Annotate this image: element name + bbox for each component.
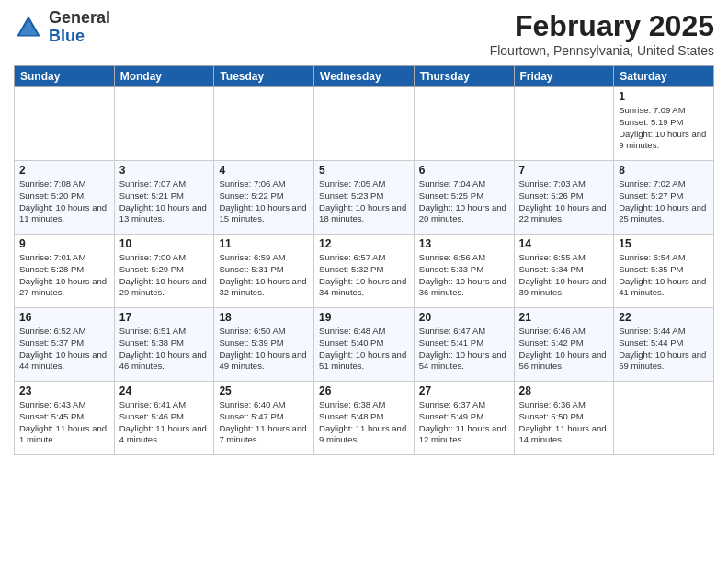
day-info: Sunrise: 6:46 AM Sunset: 5:42 PM Dayligh… xyxy=(519,326,609,373)
day-number: 22 xyxy=(619,311,709,324)
calendar-day-cell: 17Sunrise: 6:51 AM Sunset: 5:38 PM Dayli… xyxy=(114,308,214,382)
day-number: 16 xyxy=(19,311,109,324)
calendar-day-cell xyxy=(15,87,115,161)
day-number: 6 xyxy=(419,164,509,177)
day-of-week-header: Wednesday xyxy=(314,66,415,87)
calendar-day-cell: 27Sunrise: 6:37 AM Sunset: 5:49 PM Dayli… xyxy=(414,382,514,455)
day-number: 3 xyxy=(119,164,210,177)
day-number: 13 xyxy=(419,237,509,250)
day-info: Sunrise: 6:51 AM Sunset: 5:38 PM Dayligh… xyxy=(119,326,210,373)
day-of-week-header: Saturday xyxy=(614,66,714,87)
calendar-day-cell xyxy=(614,382,714,455)
calendar-day-cell: 24Sunrise: 6:41 AM Sunset: 5:46 PM Dayli… xyxy=(114,382,214,455)
day-number: 19 xyxy=(319,311,409,324)
calendar-day-cell: 20Sunrise: 6:47 AM Sunset: 5:41 PM Dayli… xyxy=(414,308,514,382)
header: General Blue February 2025 Flourtown, Pe… xyxy=(14,9,714,58)
day-info: Sunrise: 6:50 AM Sunset: 5:39 PM Dayligh… xyxy=(219,326,309,373)
day-number: 15 xyxy=(619,237,709,250)
calendar-day-cell: 28Sunrise: 6:36 AM Sunset: 5:50 PM Dayli… xyxy=(514,382,614,455)
day-info: Sunrise: 6:56 AM Sunset: 5:33 PM Dayligh… xyxy=(419,252,509,299)
calendar-day-cell: 1Sunrise: 7:09 AM Sunset: 5:19 PM Daylig… xyxy=(614,87,714,161)
logo-general: General xyxy=(49,8,110,27)
day-info: Sunrise: 7:08 AM Sunset: 5:20 PM Dayligh… xyxy=(19,178,109,225)
calendar-day-cell xyxy=(314,87,415,161)
calendar-week-row: 23Sunrise: 6:43 AM Sunset: 5:45 PM Dayli… xyxy=(15,382,714,455)
day-of-week-header: Sunday xyxy=(15,66,115,87)
generalblue-logo-icon xyxy=(14,13,43,42)
day-number: 26 xyxy=(319,385,409,397)
day-number: 18 xyxy=(219,311,309,324)
day-info: Sunrise: 6:37 AM Sunset: 5:49 PM Dayligh… xyxy=(419,399,509,446)
calendar-day-cell: 12Sunrise: 6:57 AM Sunset: 5:32 PM Dayli… xyxy=(314,235,415,308)
day-info: Sunrise: 7:07 AM Sunset: 5:21 PM Dayligh… xyxy=(119,178,210,225)
calendar-day-cell: 15Sunrise: 6:54 AM Sunset: 5:35 PM Dayli… xyxy=(614,235,714,308)
calendar-day-cell: 26Sunrise: 6:38 AM Sunset: 5:48 PM Dayli… xyxy=(314,382,415,455)
day-number: 7 xyxy=(519,164,609,177)
day-info: Sunrise: 6:44 AM Sunset: 5:44 PM Dayligh… xyxy=(619,326,709,373)
day-info: Sunrise: 6:57 AM Sunset: 5:32 PM Dayligh… xyxy=(319,252,409,299)
day-number: 27 xyxy=(419,385,509,397)
day-info: Sunrise: 7:00 AM Sunset: 5:29 PM Dayligh… xyxy=(119,252,210,299)
calendar-day-cell: 25Sunrise: 6:40 AM Sunset: 5:47 PM Dayli… xyxy=(214,382,314,455)
calendar-day-cell: 11Sunrise: 6:59 AM Sunset: 5:31 PM Dayli… xyxy=(214,235,314,308)
day-number: 10 xyxy=(119,237,210,250)
calendar-day-cell: 6Sunrise: 7:04 AM Sunset: 5:25 PM Daylig… xyxy=(414,161,514,235)
day-info: Sunrise: 6:54 AM Sunset: 5:35 PM Dayligh… xyxy=(619,252,709,299)
day-info: Sunrise: 7:04 AM Sunset: 5:25 PM Dayligh… xyxy=(419,178,509,225)
calendar-day-cell: 23Sunrise: 6:43 AM Sunset: 5:45 PM Dayli… xyxy=(15,382,115,455)
day-of-week-header: Monday xyxy=(114,66,214,87)
day-number: 8 xyxy=(619,164,709,177)
day-number: 24 xyxy=(119,385,210,397)
day-info: Sunrise: 6:38 AM Sunset: 5:48 PM Dayligh… xyxy=(319,399,409,446)
day-number: 21 xyxy=(519,311,609,324)
calendar-day-cell: 18Sunrise: 6:50 AM Sunset: 5:39 PM Dayli… xyxy=(214,308,314,382)
day-info: Sunrise: 6:43 AM Sunset: 5:45 PM Dayligh… xyxy=(19,399,109,446)
day-of-week-header: Thursday xyxy=(414,66,514,87)
day-number: 14 xyxy=(519,237,609,250)
calendar-day-cell: 19Sunrise: 6:48 AM Sunset: 5:40 PM Dayli… xyxy=(314,308,415,382)
day-info: Sunrise: 7:02 AM Sunset: 5:27 PM Dayligh… xyxy=(619,178,709,225)
calendar-day-cell: 8Sunrise: 7:02 AM Sunset: 5:27 PM Daylig… xyxy=(614,161,714,235)
day-number: 5 xyxy=(319,164,409,177)
day-info: Sunrise: 7:05 AM Sunset: 5:23 PM Dayligh… xyxy=(319,178,409,225)
calendar-day-cell: 5Sunrise: 7:05 AM Sunset: 5:23 PM Daylig… xyxy=(314,161,415,235)
day-info: Sunrise: 6:52 AM Sunset: 5:37 PM Dayligh… xyxy=(19,326,109,373)
calendar-day-cell: 22Sunrise: 6:44 AM Sunset: 5:44 PM Dayli… xyxy=(614,308,714,382)
day-number: 28 xyxy=(519,385,609,397)
calendar-day-cell: 13Sunrise: 6:56 AM Sunset: 5:33 PM Dayli… xyxy=(414,235,514,308)
calendar-day-cell xyxy=(414,87,514,161)
location: Flourtown, Pennsylvania, United States xyxy=(490,43,714,58)
day-info: Sunrise: 7:03 AM Sunset: 5:26 PM Dayligh… xyxy=(519,178,609,225)
day-of-week-header: Friday xyxy=(514,66,614,87)
day-number: 1 xyxy=(619,90,709,103)
calendar-day-cell: 7Sunrise: 7:03 AM Sunset: 5:26 PM Daylig… xyxy=(514,161,614,235)
logo-text: General Blue xyxy=(49,9,110,46)
day-info: Sunrise: 7:01 AM Sunset: 5:28 PM Dayligh… xyxy=(19,252,109,299)
calendar-day-cell: 10Sunrise: 7:00 AM Sunset: 5:29 PM Dayli… xyxy=(114,235,214,308)
calendar-day-cell: 4Sunrise: 7:06 AM Sunset: 5:22 PM Daylig… xyxy=(214,161,314,235)
logo-blue: Blue xyxy=(49,27,85,45)
day-number: 25 xyxy=(219,385,309,397)
day-info: Sunrise: 7:06 AM Sunset: 5:22 PM Dayligh… xyxy=(219,178,309,225)
day-number: 9 xyxy=(19,237,109,250)
day-info: Sunrise: 6:59 AM Sunset: 5:31 PM Dayligh… xyxy=(219,252,309,299)
calendar-week-row: 9Sunrise: 7:01 AM Sunset: 5:28 PM Daylig… xyxy=(15,235,714,308)
calendar-day-cell: 16Sunrise: 6:52 AM Sunset: 5:37 PM Dayli… xyxy=(15,308,115,382)
calendar-day-cell: 14Sunrise: 6:55 AM Sunset: 5:34 PM Dayli… xyxy=(514,235,614,308)
day-number: 17 xyxy=(119,311,210,324)
day-number: 12 xyxy=(319,237,409,250)
day-info: Sunrise: 6:36 AM Sunset: 5:50 PM Dayligh… xyxy=(519,399,609,446)
logo: General Blue xyxy=(14,9,110,46)
day-info: Sunrise: 7:09 AM Sunset: 5:19 PM Dayligh… xyxy=(619,105,709,152)
day-info: Sunrise: 6:41 AM Sunset: 5:46 PM Dayligh… xyxy=(119,399,210,446)
day-info: Sunrise: 6:40 AM Sunset: 5:47 PM Dayligh… xyxy=(219,399,309,446)
title-block: February 2025 Flourtown, Pennsylvania, U… xyxy=(490,9,714,58)
month-title: February 2025 xyxy=(490,9,714,43)
calendar-day-cell: 3Sunrise: 7:07 AM Sunset: 5:21 PM Daylig… xyxy=(114,161,214,235)
day-info: Sunrise: 6:55 AM Sunset: 5:34 PM Dayligh… xyxy=(519,252,609,299)
calendar-week-row: 2Sunrise: 7:08 AM Sunset: 5:20 PM Daylig… xyxy=(15,161,714,235)
calendar-day-cell: 2Sunrise: 7:08 AM Sunset: 5:20 PM Daylig… xyxy=(15,161,115,235)
day-number: 20 xyxy=(419,311,509,324)
day-number: 23 xyxy=(19,385,109,397)
calendar-week-row: 16Sunrise: 6:52 AM Sunset: 5:37 PM Dayli… xyxy=(15,308,714,382)
